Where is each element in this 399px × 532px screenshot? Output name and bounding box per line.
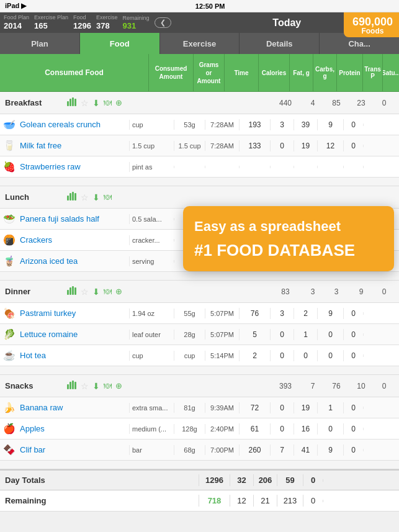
food-icon-cell: 🥬 <box>0 327 19 343</box>
bar-chart-icon <box>67 286 77 297</box>
food-cal: 2 <box>239 350 270 361</box>
food-carbs <box>294 166 317 168</box>
table-row[interactable]: 🍖 Pastrami turkey 1.94 oz 55g 5:07PM 76 … <box>0 303 399 324</box>
day-totals-trans: 0 <box>303 474 323 486</box>
remaining-sat <box>323 500 399 502</box>
food-carbs: 41 <box>294 444 317 456</box>
snacks-totals: 393 7 76 10 0 <box>270 382 394 390</box>
food-time <box>205 166 239 168</box>
food-trans: 0 <box>343 119 363 130</box>
food-name-cell: Hot tea <box>19 348 129 363</box>
snacks-cal: 393 <box>270 382 301 390</box>
food-name[interactable]: Pastrami turkey <box>20 309 76 318</box>
table-row[interactable]: 🍌 Banana raw extra sma... 81g 9:39AM 72 … <box>0 397 399 418</box>
arrow-down-icon: ⬇ <box>92 192 100 202</box>
remaining-cal: 718 <box>199 495 230 507</box>
th-consumed-food: Consumed Food <box>0 54 149 91</box>
lunch-header: Lunch ☆ ⬇ 🍽 <box>0 186 399 209</box>
food-consumed: leaf outer <box>129 330 174 340</box>
food-grams: 1.5 cup <box>174 141 205 151</box>
th-consumed-amount: Consumed Amount <box>149 54 194 91</box>
spacer-row <box>0 178 399 186</box>
food-name[interactable]: Strawberries raw <box>20 162 81 171</box>
lettuce-icon: 🥬 <box>2 328 16 341</box>
th-calories: Calories <box>259 54 290 91</box>
food-protein: 9 <box>317 119 343 130</box>
table-row[interactable]: 🥣 Golean cereals crunch cup 53g 7:28AM 1… <box>0 114 399 135</box>
dinner-icons: ☆ ⬇ 🍽 ⊕ <box>67 286 122 297</box>
table-row[interactable]: 🍎 Apples medium (... 128g 2:40PM 61 0 16… <box>0 418 399 440</box>
food-consumed: cracker... <box>129 235 174 245</box>
food-consumed: 0.5 sala... <box>129 214 174 224</box>
back-button[interactable]: ❮ <box>155 17 171 28</box>
star-icon: ☆ <box>81 381 89 391</box>
food-trans: 0 <box>343 329 363 340</box>
food-name[interactable]: Arizona iced tea <box>20 256 78 266</box>
food-name[interactable]: Hot tea <box>20 351 46 360</box>
food-carbs: 19 <box>294 402 317 413</box>
remaining-carbs: 21 <box>253 495 277 507</box>
bar-chart-icon <box>67 97 77 108</box>
tea-icon: 🧋 <box>2 255 16 268</box>
utensil-icon: 🍽 <box>104 192 112 202</box>
breakfast-cal: 440 <box>270 99 301 107</box>
dinner-name: Dinner <box>5 287 67 296</box>
table-row[interactable]: 🍓 Strawberries raw pint as <box>0 156 399 178</box>
tab-details[interactable]: Details <box>240 33 320 54</box>
snacks-header: Snacks ☆ ⬇ 🍽 ⊕ 393 7 76 10 0 <box>0 375 399 397</box>
food-carbs: 39 <box>294 119 317 130</box>
food-carbs: 16 <box>294 423 317 435</box>
hot-tea-icon: ☕ <box>2 349 16 363</box>
food-consumed: cup <box>129 120 174 130</box>
food-protein: 0 <box>317 329 343 340</box>
crackers-icon: 🍘 <box>2 233 16 247</box>
food-consumed: extra sma... <box>129 403 174 413</box>
food-sat <box>363 354 399 357</box>
promo-main: 690,000 <box>352 16 393 27</box>
food-icon-cell: 🍫 <box>0 442 19 458</box>
food-name[interactable]: Apples <box>20 424 45 433</box>
dinner-trans: 0 <box>374 287 394 296</box>
food-carbs: 19 <box>294 140 317 151</box>
dinner-header: Dinner ☆ ⬇ 🍽 ⊕ 83 3 3 9 0 <box>0 281 399 303</box>
snacks-name: Snacks <box>5 381 67 390</box>
food-icon-cell: 🥗 <box>0 211 19 227</box>
stats-bar: Food Plan 2014 Exercise Plan 165 Food 12… <box>0 12 399 33</box>
food-protein: 9 <box>317 308 343 319</box>
breakfast-totals: 440 4 85 23 0 <box>270 99 394 107</box>
tab-exercise[interactable]: Exercise <box>160 33 240 54</box>
food-sat <box>363 312 399 315</box>
food-name-cell: Panera fuji salads half <box>19 212 129 226</box>
table-row[interactable]: 🥬 Lettuce romaine leaf outer 28g 5:07PM … <box>0 324 399 345</box>
table-row[interactable]: 🥛 Milk fat free 1.5 cup 1.5 cup 7:28AM 1… <box>0 135 399 156</box>
food-time: 7:28AM <box>205 120 239 130</box>
tab-plan[interactable]: Plan <box>0 33 80 54</box>
exercise-plan-stat: Exercise Plan 165 <box>34 14 68 30</box>
th-time: Time <box>225 54 259 91</box>
table-row[interactable]: ☕ Hot tea cup cup 5:14PM 2 0 0 0 0 <box>0 345 399 366</box>
food-cal: 61 <box>239 423 270 435</box>
food-name[interactable]: Lettuce romaine <box>20 330 78 339</box>
food-time: 5:14PM <box>205 351 239 361</box>
food-icon-cell: 🍓 <box>0 159 19 175</box>
cereal-icon: 🥣 <box>2 118 16 132</box>
table-row[interactable]: 🍫 Clif bar bar 68g 7:00PM 260 7 41 9 0 <box>0 440 399 461</box>
food-name[interactable]: Banana raw <box>20 403 63 412</box>
food-grams: 55g <box>174 309 205 318</box>
utensil-icon: 🍽 <box>104 381 112 390</box>
exercise-value: 378 <box>96 21 110 31</box>
food-name[interactable]: Crackers <box>20 235 52 245</box>
food-value: 1296 <box>73 21 91 31</box>
tab-food[interactable]: Food <box>80 33 160 54</box>
exercise-label: Exercise <box>96 14 118 21</box>
food-protein: 12 <box>317 140 343 151</box>
food-name[interactable]: Panera fuji salads half <box>20 214 99 223</box>
add-icon: ⊕ <box>115 381 122 390</box>
food-name[interactable]: Milk fat free <box>20 141 61 150</box>
food-name[interactable]: Golean cereals crunch <box>20 120 101 129</box>
utensil-icon: 🍽 <box>104 287 112 296</box>
food-fat: 0 <box>270 329 294 340</box>
food-name[interactable]: Clif bar <box>20 445 45 454</box>
breakfast-trans: 0 <box>374 99 394 107</box>
apple-icon: 🍎 <box>2 422 16 436</box>
